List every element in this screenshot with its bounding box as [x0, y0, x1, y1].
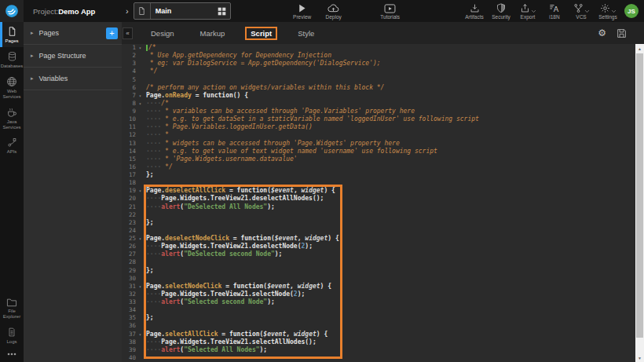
line-number[interactable]: 8▾: [122, 100, 142, 108]
line-number[interactable]: 28: [122, 258, 142, 266]
tab-style[interactable]: Style: [292, 27, 320, 40]
line-number[interactable]: 12: [122, 131, 142, 139]
topbar-action-security[interactable]: Security: [491, 3, 511, 20]
line-number[interactable]: 26: [122, 243, 142, 250]
topbar-action-tutorials[interactable]: Tutorials: [380, 3, 401, 20]
scrollbar-thumb[interactable]: [636, 53, 643, 338]
collapse-panel-button[interactable]: «: [123, 27, 133, 39]
sidebar-item-apis[interactable]: APIs: [0, 133, 24, 158]
line-number[interactable]: 38: [122, 338, 142, 346]
project-title: Project:Demo App: [33, 7, 126, 16]
chevron-right-icon[interactable]: ›: [126, 6, 129, 16]
line-number[interactable]: 24: [122, 227, 142, 235]
line-number[interactable]: 7▾: [122, 92, 142, 100]
line-number[interactable]: 22: [122, 211, 142, 219]
topbar-action-preview[interactable]: Preview: [292, 3, 313, 20]
code-line: 4 */: [122, 68, 635, 75]
editor-scrollbar[interactable]: ▲ ▼: [635, 44, 644, 362]
line-number[interactable]: 10: [122, 115, 142, 123]
line-number[interactable]: 5: [122, 76, 142, 84]
line-number[interactable]: 2: [122, 52, 142, 60]
line-number[interactable]: 17: [122, 171, 142, 179]
fold-marker-icon[interactable]: ▾: [139, 44, 141, 52]
panel-row-variables[interactable]: ▸Variables: [24, 68, 122, 90]
code-line-content: [142, 179, 146, 187]
code-line: 21····alert("DeSelected All Nodes");: [122, 203, 635, 211]
grid-icon[interactable]: [214, 7, 230, 16]
topbar-action-export[interactable]: Export: [518, 3, 538, 20]
topbar-action-deploy[interactable]: Deploy: [324, 3, 344, 20]
line-number[interactable]: 36: [122, 322, 142, 330]
panel-row-page-structure[interactable]: ▸Page Structure: [24, 45, 122, 68]
script-editor[interactable]: 1▾/*2 * Use App.getDependency for Depend…: [122, 44, 644, 362]
fold-marker-icon[interactable]: ▾: [139, 331, 141, 338]
fold-marker-icon[interactable]: ▾: [139, 187, 141, 195]
scrollbar-up-arrow[interactable]: ▲: [635, 44, 644, 53]
line-number[interactable]: 23: [122, 219, 142, 227]
line-number[interactable]: 3: [122, 60, 142, 68]
line-number[interactable]: 9: [122, 108, 142, 115]
sidebar-item-pages[interactable]: Pages: [0, 22, 24, 47]
line-number[interactable]: 31▾: [122, 283, 142, 291]
open-page-tab[interactable]: Main: [134, 2, 231, 20]
line-number[interactable]: 35: [122, 314, 142, 322]
sidebar-item-file-explorer[interactable]: File Explorer: [0, 294, 24, 323]
line-number[interactable]: 4: [122, 68, 142, 75]
sidebar-item-databases[interactable]: Databases: [0, 47, 24, 72]
code-area[interactable]: 1▾/*2 * Use App.getDependency for Depend…: [122, 44, 635, 362]
wavemaker-logo-icon: [5, 4, 19, 18]
tab-script[interactable]: Script: [245, 27, 277, 40]
line-number[interactable]: 39: [122, 346, 142, 354]
line-number[interactable]: 25▾: [122, 235, 142, 243]
line-number[interactable]: 1▾: [122, 44, 142, 52]
line-number[interactable]: 32: [122, 291, 142, 298]
fold-marker-icon[interactable]: ▾: [139, 92, 141, 100]
topbar-action-settings[interactable]: Settings: [598, 3, 618, 20]
add-page-button[interactable]: +: [106, 27, 118, 39]
rail-bottom-items: File ExplorerLogs: [0, 294, 24, 348]
line-number[interactable]: 15: [122, 155, 142, 163]
save-icon[interactable]: [617, 28, 627, 38]
line-number[interactable]: 34: [122, 306, 142, 314]
line-number[interactable]: 16: [122, 163, 142, 171]
tab-design[interactable]: Design: [145, 27, 180, 40]
line-number[interactable]: 19▾: [122, 187, 142, 195]
line-number[interactable]: 29: [122, 267, 142, 275]
topbar-action-i18n[interactable]: Ai18N: [544, 3, 565, 20]
line-number[interactable]: 37▾: [122, 331, 142, 338]
line-number[interactable]: 11: [122, 123, 142, 131]
sidebar-item-web-services[interactable]: Web Services: [0, 72, 24, 103]
sidebar-item-logs[interactable]: Logs: [0, 323, 24, 348]
fold-marker-icon[interactable]: ▾: [139, 100, 141, 108]
line-number[interactable]: 18: [122, 179, 142, 187]
line-number[interactable]: 20: [122, 195, 142, 203]
line-number[interactable]: 27: [122, 250, 142, 258]
project-label: Project:: [33, 7, 58, 16]
sidebar-item-java-services[interactable]: Java Services: [0, 103, 24, 133]
user-avatar[interactable]: JS: [624, 4, 639, 18]
line-number[interactable]: 14: [122, 148, 142, 155]
line-number[interactable]: 40: [122, 354, 142, 362]
line-number[interactable]: 30: [122, 275, 142, 283]
panel-row-pages[interactable]: ▸Pages+: [24, 22, 122, 45]
code-line-content: };: [142, 219, 154, 227]
line-number[interactable]: 33: [122, 298, 142, 306]
line-number[interactable]: 13: [122, 140, 142, 148]
scrollbar-down-arrow[interactable]: ▼: [635, 353, 644, 362]
topbar-action-artifacts[interactable]: Artifacts: [464, 3, 485, 20]
code-line-content: Page.selectNodeClick = function($event, …: [142, 283, 331, 291]
settings-gear-icon: [600, 3, 610, 13]
code-line: 28: [122, 258, 635, 266]
code-line: 16···· */: [122, 163, 635, 171]
line-number[interactable]: 6: [122, 84, 142, 92]
editor-settings-gear-icon[interactable]: ⚙: [598, 28, 606, 38]
logs-file-icon: [7, 327, 16, 338]
topbar-action-vcs[interactable]: VCS: [571, 3, 591, 20]
app-logo[interactable]: [0, 0, 24, 22]
more-menu-button[interactable]: [0, 348, 24, 362]
fold-marker-icon[interactable]: ▾: [139, 235, 141, 243]
line-number[interactable]: 21: [122, 203, 142, 211]
tab-markup[interactable]: Markup: [195, 27, 231, 40]
code-line-content: };: [142, 267, 154, 275]
fold-marker-icon[interactable]: ▾: [139, 283, 141, 291]
